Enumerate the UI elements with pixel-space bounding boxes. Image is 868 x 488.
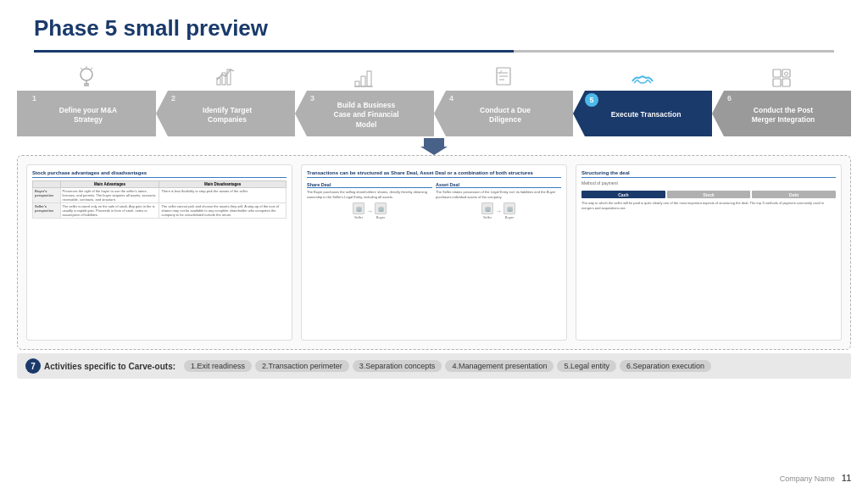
svg-rect-11: [361, 76, 365, 86]
svg-rect-18: [773, 69, 781, 77]
slide3-subtitle: Method of payment: [581, 180, 836, 186]
step1-number: 1: [32, 94, 36, 103]
step3-chevron[interactable]: 3 Build a BusinessCase and FinancialMode…: [295, 91, 434, 136]
slide-preview-1: Stock purchase advantages and disadvanta…: [26, 164, 292, 341]
step3-label: Build a BusinessCase and FinancialModel: [319, 101, 411, 130]
share-deal-seller: 🏢 Seller: [353, 202, 364, 219]
process-step-6[interactable]: 6 Conduct the PostMerger Integration: [712, 58, 851, 136]
down-arrow-icon: [420, 136, 448, 155]
step4-icon-area: [492, 58, 515, 90]
deal-columns: Share Deal The Buyer purchases the selli…: [307, 182, 561, 219]
slide1-row1-col1: Preserves the right of the buyer to use …: [60, 188, 159, 203]
asset-deal-col: Asset Deal The Seller retains possession…: [436, 182, 561, 219]
bottom-bar: 7 Activities specific to Carve-outs: 1.E…: [17, 353, 851, 379]
step3-icon-area: [353, 58, 376, 90]
process-step-2[interactable]: 2 Identify TargetCompanies: [156, 58, 295, 136]
slide1-col1-header: Main Advantages: [60, 181, 159, 188]
table-row: Seller's perspective The seller is taxed…: [33, 203, 287, 219]
tag-management-presentation[interactable]: 4.Management presentation: [445, 360, 554, 372]
share-deal-icons: 🏢 Seller → 🏢 Buyer: [307, 202, 432, 219]
slide3-title: Structuring the deal: [581, 170, 836, 178]
tag-legal-entity[interactable]: 5.Legal entity: [557, 360, 616, 372]
step2-number: 2: [171, 94, 175, 103]
process-step-4[interactable]: 4 Conduct a DueDiligence: [434, 58, 573, 136]
slide-preview-3: Structuring the deal Method of payment C…: [576, 164, 842, 341]
bar-chart-icon: [353, 64, 376, 90]
table-row: Buyer's perspective Preserves the right …: [33, 188, 287, 203]
asset-buyer-icon: 🏢: [504, 202, 515, 214]
activity-tags: 1.Exit readiness 2.Transaction perimeter…: [184, 360, 711, 372]
step5-chevron[interactable]: 5 Execute Transaction: [573, 91, 712, 136]
asset-buyer: 🏢 Buyer: [504, 202, 515, 219]
step2-chevron[interactable]: 2 Identify TargetCompanies: [156, 91, 295, 136]
stock-button: Stock: [667, 191, 751, 198]
slide1-col2-header: Main Disadvantages: [159, 181, 287, 188]
process-step-3[interactable]: 3 Build a BusinessCase and FinancialMode…: [295, 58, 434, 136]
page-title: Phase 5 small preview: [34, 15, 834, 42]
slide1-row1-col2: There is less flexibility to step-pick t…: [159, 188, 287, 203]
seller-label: Seller: [354, 215, 363, 219]
slide-preview-2: Transactions can be structured as Share …: [301, 164, 567, 341]
bottom-step-number: 7: [25, 358, 41, 374]
asset-seller-icon: 🏢: [481, 202, 493, 214]
slide1-row2-col1: The seller is taxed only on the sale of …: [60, 203, 159, 219]
company-name: Company Name: [780, 474, 835, 483]
step2-label: Identify TargetCompanies: [187, 106, 264, 125]
chart-icon: [214, 64, 237, 90]
step5-icon-area: [629, 58, 656, 90]
step5-label: Execute Transaction: [593, 110, 693, 119]
bottom-bar-label: Activities specific to Carve-outs:: [44, 362, 175, 371]
asset-seller-label: Seller: [483, 215, 492, 219]
arrow-right-icon: →: [366, 208, 373, 215]
step4-number: 4: [449, 94, 453, 103]
svg-marker-23: [420, 138, 448, 155]
share-deal-text: The Buyer purchases the selling sharehol…: [307, 190, 432, 199]
step6-number: 6: [727, 94, 732, 103]
slide3-body: The way in which the seller will be paid…: [581, 201, 836, 211]
step3-number: 3: [310, 94, 314, 103]
down-arrow: [0, 136, 868, 155]
cash-button: Cash: [581, 191, 665, 198]
page-number: 11: [842, 474, 851, 483]
share-deal-col: Share Deal The Buyer purchases the selli…: [307, 182, 432, 219]
slide-previews-container: Stock purchase advantages and disadvanta…: [17, 155, 851, 350]
asset-seller: 🏢 Seller: [481, 202, 493, 219]
svg-rect-10: [355, 81, 359, 86]
svg-point-22: [785, 72, 788, 75]
asset-arrow-icon: →: [495, 208, 502, 215]
step4-chevron[interactable]: 4 Conduct a DueDiligence: [434, 91, 573, 136]
asset-deal-text: The Seller retains possession of the Leg…: [436, 190, 561, 199]
svg-line-5: [91, 68, 92, 69]
tag-separation-execution[interactable]: 6.Separation execution: [620, 360, 711, 372]
slide1-table: Main Advantages Main Disadvantages Buyer…: [32, 180, 287, 219]
buyer-icon: 🏢: [375, 202, 387, 214]
process-step-5[interactable]: 5 Execute Transaction: [573, 58, 712, 136]
svg-rect-20: [773, 79, 781, 86]
step2-icon-area: [214, 58, 237, 90]
process-step-1[interactable]: 1 Define your M&AStrategy: [17, 58, 156, 136]
svg-rect-12: [367, 71, 371, 86]
asset-deal-title: Asset Deal: [436, 182, 561, 188]
share-deal-buyer: 🏢 Buyer: [375, 202, 387, 219]
checklist-icon: [492, 64, 515, 90]
tag-exit-readiness[interactable]: 1.Exit readiness: [184, 360, 252, 372]
lightbulb-icon: [75, 64, 98, 90]
process-steps: 1 Define your M&AStrategy 2 Identify Tar…: [17, 58, 851, 136]
debt-button: Debt: [752, 191, 836, 198]
step5-number: 5: [585, 93, 598, 107]
slide1-col0-header: [33, 181, 61, 188]
tag-separation-concepts[interactable]: 3.Separation concepts: [353, 360, 442, 372]
header-divider: [34, 50, 834, 53]
step6-icon-area: [770, 58, 793, 90]
step4-label: Conduct a DueDiligence: [465, 106, 542, 125]
payment-buttons: Cash Stock Debt: [581, 191, 836, 198]
step1-icon-area: [75, 58, 98, 90]
step6-chevron[interactable]: 6 Conduct the PostMerger Integration: [712, 91, 851, 136]
tag-transaction-perimeter[interactable]: 2.Transaction perimeter: [255, 360, 349, 372]
step1-label: Define your M&AStrategy: [44, 106, 129, 125]
handshake-icon: [629, 64, 656, 90]
slide1-row1-label: Buyer's perspective: [33, 188, 61, 203]
seller-icon: 🏢: [353, 202, 364, 214]
step1-chevron[interactable]: 1 Define your M&AStrategy: [17, 91, 156, 136]
page-header: Phase 5 small preview: [0, 0, 868, 50]
